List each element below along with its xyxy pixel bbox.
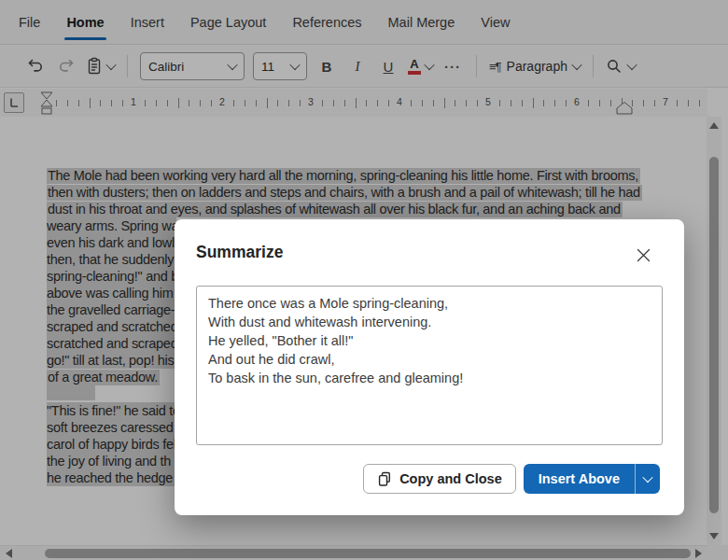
close-icon [637,248,651,262]
chevron-down-icon [642,472,652,483]
copy-and-close-label: Copy and Close [399,471,502,486]
dialog-buttons: Copy and Close Insert Above [363,464,660,494]
insert-above-button[interactable]: Insert Above [524,464,635,494]
dialog-close-button[interactable] [632,244,654,266]
summary-textarea[interactable]: There once was a Mole spring-cleaning, W… [196,286,663,445]
insert-above-label: Insert Above [539,471,620,486]
insert-above-dropdown-button[interactable] [636,464,660,494]
copy-and-close-button[interactable]: Copy and Close [363,464,516,494]
summarize-dialog: Summarize There once was a Mole spring-c… [175,219,684,515]
word-processor-app: File Home Insert Page Layout References … [0,0,728,560]
insert-above-split-button: Insert Above [524,464,660,494]
copy-icon [377,471,392,487]
dialog-title: Summarize [196,243,283,262]
